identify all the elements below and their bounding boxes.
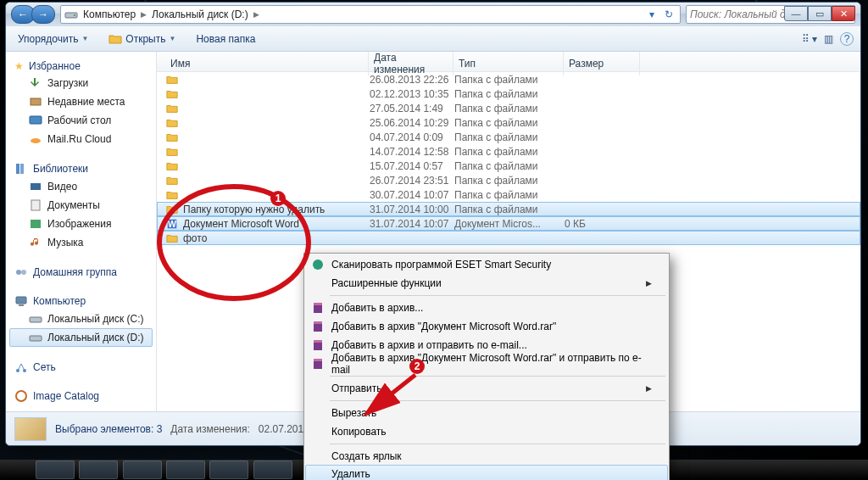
file-type: Папка с файлами [454, 160, 565, 172]
sidebar-item-documents[interactable]: Документы [9, 196, 153, 215]
menu-item[interactable]: Вырезать [306, 404, 667, 422]
file-row[interactable]: 15.07.2014 0:57Папка с файлами [157, 159, 860, 173]
menu-item[interactable]: Добавить в архив... [306, 299, 667, 317]
menu-item-label: Удалить [331, 468, 370, 480]
submenu-arrow-icon: ▶ [646, 384, 652, 393]
sidebar-libraries-header[interactable]: Библиотеки [9, 160, 153, 177]
breadcrumb-drive[interactable]: Локальный диск (D:) [152, 8, 248, 20]
file-row[interactable]: 04.07.2014 0:09Папка с файлами [157, 130, 860, 144]
menu-separator [330, 444, 665, 444]
chevron-down-icon: ▼ [81, 35, 88, 42]
maximize-button[interactable]: ▭ [808, 6, 832, 21]
address-bar[interactable]: Компьютер ▶ Локальный диск (D:) ▶ ▾ ↻ [60, 5, 681, 24]
file-row[interactable]: 27.05.2014 1:49Папка с файлами [157, 101, 860, 115]
sidebar-favorites-header[interactable]: ★Избранное [9, 59, 153, 74]
file-row[interactable]: 26.08.2013 22:26Папка с файлами [157, 72, 860, 87]
titlebar: — ▭ ✕ ← → Компьютер ▶ Локальный диск (D:… [6, 3, 860, 26]
menu-item[interactable]: Расширенные функции▶ [306, 274, 667, 293]
open-button[interactable]: Открыть▼ [103, 31, 181, 47]
menu-item-label: Вырезать [331, 407, 376, 419]
file-row[interactable]: 30.07.2014 10:07Папка с файлами [157, 187, 860, 202]
file-row[interactable]: фото [157, 231, 860, 245]
music-icon [29, 236, 42, 249]
file-row[interactable]: Папку которую нужно удалить31.07.2014 10… [157, 202, 860, 216]
menu-item[interactable]: Удалить [305, 465, 668, 480]
sidebar-item-drive-d[interactable]: Локальный диск (D:) [9, 328, 153, 347]
sidebar-homegroup-header[interactable]: Домашняя группа [9, 264, 153, 281]
file-row[interactable]: WДокумент Microsoft Word31.07.2014 10:07… [157, 216, 860, 231]
sidebar-item-drive-c[interactable]: Локальный диск (C:) [9, 310, 153, 328]
drive-icon [29, 331, 42, 344]
help-button[interactable]: ? [840, 32, 854, 46]
sidebar-item-desktop[interactable]: Рабочий стол [9, 111, 153, 130]
sidebar-item-music[interactable]: Музыка [9, 233, 153, 252]
sidebar-imagecatalog-header[interactable]: Image Catalog [9, 388, 153, 405]
status-thumbnail [14, 417, 47, 441]
view-mode-button[interactable]: ⠿ ▾ [802, 33, 817, 45]
file-type: Папка с файлами [454, 204, 565, 215]
taskbar-item[interactable] [36, 460, 75, 479]
column-name[interactable]: Имя [165, 52, 369, 75]
sidebar-item-pictures[interactable]: Изображения [9, 215, 153, 233]
menu-item[interactable]: Копировать [306, 422, 667, 441]
sidebar-item-videos[interactable]: Видео [9, 177, 153, 196]
menu-item[interactable]: Создать ярлык [306, 447, 667, 466]
sidebar: ★Избранное Загрузки Недавние места Рабоч… [6, 52, 157, 411]
svg-point-21 [313, 260, 323, 270]
breadcrumb-computer[interactable]: Компьютер [83, 8, 136, 20]
sidebar-computer-header[interactable]: Компьютер [9, 293, 153, 310]
file-row[interactable]: 02.12.2013 10:35Папка с файлами [157, 87, 860, 101]
file-size: 0 КБ [565, 218, 641, 230]
file-date: 04.07.2014 0:09 [370, 131, 454, 143]
svg-rect-9 [31, 220, 41, 228]
column-headers[interactable]: Имя Дата изменения Тип Размер [157, 52, 860, 72]
svg-rect-3 [30, 116, 42, 124]
toolbar: Упорядочить▼ Открыть▼ Новая папка ⠿ ▾ ▥ … [6, 26, 860, 52]
column-type[interactable]: Тип [453, 52, 564, 75]
nav-forward-button[interactable]: → [31, 5, 55, 24]
menu-item-label: Отправить [331, 382, 382, 394]
menu-separator [330, 376, 665, 377]
sidebar-item-mailru[interactable]: Mail.Ru Cloud [9, 130, 153, 148]
menu-item-label: Копировать [331, 426, 387, 438]
menu-item[interactable]: Добавить в архив "Документ Microsoft Wor… [306, 317, 667, 336]
context-menu[interactable]: Сканировать программой ESET Smart Securi… [303, 253, 670, 480]
downloads-icon [29, 76, 42, 90]
column-size[interactable]: Размер [564, 52, 640, 75]
file-type: Папка с файлами [454, 189, 565, 201]
file-row[interactable]: 14.07.2014 12:58Папка с файлами [157, 144, 860, 159]
file-row[interactable]: 26.07.2014 23:51Папка с файлами [157, 173, 860, 187]
new-folder-button[interactable]: Новая папка [191, 31, 260, 47]
organize-button[interactable]: Упорядочить▼ [13, 31, 93, 47]
file-row[interactable]: 25.06.2014 10:29Папка с файлами [157, 115, 860, 130]
taskbar-item[interactable] [166, 460, 205, 479]
close-button[interactable]: ✕ [832, 6, 855, 21]
menu-separator [330, 295, 665, 296]
minimize-button[interactable]: — [784, 6, 808, 21]
status-date-label: Дата изменения: [170, 423, 250, 435]
svg-rect-25 [314, 321, 322, 324]
menu-item[interactable]: Добавить в архив "Документ Microsoft Wor… [306, 354, 667, 373]
menu-item[interactable]: Сканировать программой ESET Smart Securi… [306, 255, 667, 274]
taskbar-item[interactable] [79, 460, 118, 479]
window-controls: — ▭ ✕ [784, 6, 855, 21]
menu-item-label: Добавить в архив... [331, 302, 423, 314]
file-type: Папка с файлами [454, 88, 565, 100]
svg-rect-27 [314, 340, 322, 343]
menu-item-label: Создать ярлык [331, 450, 402, 462]
file-date: 31.07.2014 10:00 [370, 204, 454, 215]
sidebar-item-downloads[interactable]: Загрузки [9, 74, 153, 92]
sidebar-network-header[interactable]: Сеть [9, 359, 153, 376]
menu-item-label: Добавить в архив "Документ Microsoft Wor… [331, 321, 556, 332]
file-type: Папка с файлами [454, 117, 565, 129]
sidebar-item-recent[interactable]: Недавние места [9, 92, 153, 111]
taskbar-item[interactable] [209, 460, 248, 479]
preview-pane-button[interactable]: ▥ [824, 33, 833, 45]
menu-item[interactable]: Отправить▶ [306, 379, 667, 398]
refresh-icon[interactable]: ↻ [661, 8, 676, 20]
taskbar-item[interactable] [123, 460, 162, 479]
column-date[interactable]: Дата изменения [369, 52, 453, 75]
taskbar-item[interactable] [253, 460, 292, 479]
chevron-down-icon: ▼ [169, 35, 175, 42]
address-dropdown-icon[interactable]: ▾ [644, 8, 659, 20]
